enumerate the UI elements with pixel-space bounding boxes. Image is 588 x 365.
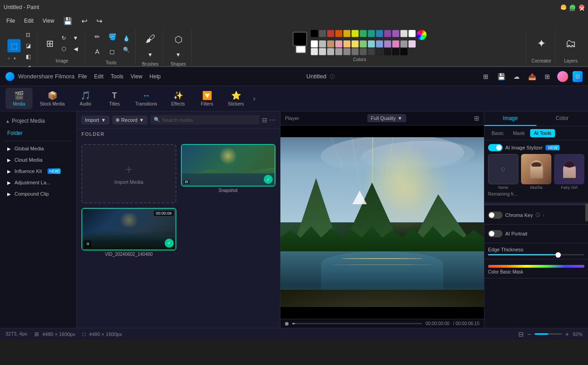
filmora-file-menu[interactable]: File (78, 73, 87, 80)
color-yl-light[interactable] (351, 40, 359, 48)
undo-button[interactable]: ↩ (79, 16, 90, 26)
select-free-tool[interactable]: ⊹ ▼ (7, 53, 18, 63)
sidebar-item-compound-clip[interactable]: ▶ Compound Clip (2, 188, 75, 199)
slider-thumb[interactable] (555, 252, 561, 258)
zoom-level[interactable]: 92% (573, 331, 583, 337)
invert-sel-tool[interactable]: ◪ (23, 41, 33, 51)
color-dark[interactable] (319, 30, 326, 37)
color-white[interactable] (408, 30, 416, 37)
nav-more-icon[interactable]: › (253, 95, 256, 103)
subtab-mask[interactable]: Mask (509, 129, 528, 137)
filmora-view-menu[interactable]: View (131, 73, 142, 80)
menu-view[interactable]: View (40, 17, 57, 25)
nav-stock-media[interactable]: 📦 Stock Media (34, 88, 70, 109)
primary-color[interactable] (293, 32, 307, 46)
tab-color[interactable]: Color (536, 111, 588, 126)
style-none-item[interactable]: ○ (488, 154, 518, 184)
player-timeline-bar[interactable] (292, 323, 422, 324)
color-pink-light[interactable] (335, 40, 342, 48)
sidebar-item-influence-kit[interactable]: ▶ Influence Kit NEW (2, 166, 75, 177)
import-media-button[interactable]: + Import Media (81, 144, 176, 203)
crop-tool[interactable]: ◀ (70, 44, 81, 54)
nav-stickers[interactable]: ⭐ Stickers (223, 88, 250, 109)
select-rect-tool[interactable]: ⬚ (7, 39, 21, 53)
color-picker-tool[interactable]: 💧 (121, 34, 132, 43)
menu-file[interactable]: File (4, 17, 18, 25)
color-wheel[interactable] (417, 30, 427, 40)
cloud-icon[interactable]: ☁ (511, 71, 522, 82)
nav-media[interactable]: 🎬 Media (5, 88, 33, 109)
color-light[interactable] (400, 30, 408, 37)
filmora-help-menu[interactable]: Help (150, 73, 161, 80)
color-vl2[interactable] (319, 48, 326, 55)
minimize-button[interactable]: ─ (561, 5, 566, 10)
settings-icon[interactable]: ⚙ (573, 71, 583, 82)
sidebar-collapse-icon[interactable]: ▲ (5, 119, 10, 124)
style-mucha-item[interactable] (521, 154, 551, 184)
color-vla[interactable] (384, 48, 391, 55)
chroma-expand-icon[interactable]: › (543, 213, 544, 218)
nav-transitions[interactable]: ↔ Transitions (130, 88, 163, 109)
brush-tool[interactable]: 🖌 (141, 30, 159, 48)
filmora-tools-menu[interactable]: Tools (111, 73, 123, 80)
color-black[interactable] (311, 30, 318, 37)
color-vl5[interactable] (343, 48, 351, 55)
chroma-info-icon[interactable]: ⓘ (536, 212, 540, 218)
color-mgray[interactable] (400, 40, 408, 48)
color-red-dark[interactable] (327, 30, 334, 37)
color-orange-dark[interactable] (335, 30, 342, 37)
search-placeholder[interactable]: Search media (162, 117, 193, 123)
window-controls[interactable]: ─ □ ✕ (561, 5, 584, 10)
video-thumbnail[interactable]: 00:00:06 ⊞ ✓ (81, 208, 176, 250)
project-info-icon[interactable]: ⓘ (330, 74, 335, 79)
color-pink2[interactable] (392, 40, 399, 48)
extra-sel-tool[interactable]: ◧ (23, 52, 33, 62)
nav-filters[interactable]: 🔽 Filters (194, 88, 221, 109)
color-purple[interactable] (392, 30, 399, 37)
zoom-out-icon[interactable]: − (527, 331, 531, 338)
sidebar-item-folder[interactable]: Folder (2, 127, 75, 139)
zoom-track[interactable] (535, 333, 562, 335)
fit-icon[interactable]: ⊟ (518, 331, 524, 338)
layout-icon[interactable]: ⊞ (480, 71, 491, 82)
sidebar-item-adjustment[interactable]: ▶ Adjustment La... (2, 177, 75, 188)
color-sky[interactable] (368, 40, 375, 48)
color-vlc[interactable] (400, 48, 408, 55)
style-fairy-girl-item[interactable] (554, 154, 584, 184)
filter-icon[interactable]: ⊟ (262, 116, 267, 124)
color-off-white[interactable] (408, 40, 416, 48)
subtab-ai-tools[interactable]: AI Tools (530, 129, 555, 137)
save-button[interactable]: 💾 (61, 16, 75, 26)
cocreator-tool[interactable]: ✦ (531, 34, 551, 53)
more-options-icon[interactable]: ⋯ (269, 116, 275, 124)
eraser-tool[interactable]: ◻ (105, 45, 119, 58)
fill-tool[interactable]: 🪣 (105, 30, 119, 43)
record-button[interactable]: Record ▼ (112, 115, 147, 125)
maximize-button[interactable]: □ (570, 5, 575, 10)
user-avatar[interactable] (557, 71, 568, 82)
color-lgray[interactable] (319, 40, 326, 48)
sidebar-item-global-media[interactable]: ▶ Global Media (2, 143, 75, 154)
subtab-basic[interactable]: Basic (488, 129, 507, 137)
color-vl9[interactable] (376, 48, 383, 55)
pencil-tool[interactable]: ✏ (90, 30, 104, 43)
color-vl4[interactable] (335, 48, 342, 55)
shapes-tool[interactable]: ⬡ (169, 30, 188, 49)
color-vlb[interactable] (392, 48, 399, 55)
color-lavender[interactable] (384, 40, 391, 48)
resize-tool[interactable]: ⊞ (43, 37, 57, 50)
zoom-in-icon[interactable]: + (565, 331, 569, 338)
nav-effects[interactable]: ✨ Effects (165, 88, 192, 109)
color-lime[interactable] (360, 30, 367, 37)
grid-icon[interactable]: ⊞ (542, 71, 553, 82)
chroma-key-toggle[interactable] (488, 211, 503, 219)
select-all-tool[interactable]: ⊡ (23, 30, 33, 40)
color-gold[interactable] (343, 30, 351, 37)
color-teal[interactable] (368, 30, 375, 37)
color-vl8[interactable] (368, 48, 375, 55)
nav-titles[interactable]: T Titles (101, 88, 128, 109)
edge-thickness-slider[interactable] (488, 254, 584, 255)
color-mint[interactable] (360, 40, 367, 48)
magnify-tool[interactable]: 🔍 (121, 45, 132, 55)
color-skin[interactable] (327, 40, 334, 48)
